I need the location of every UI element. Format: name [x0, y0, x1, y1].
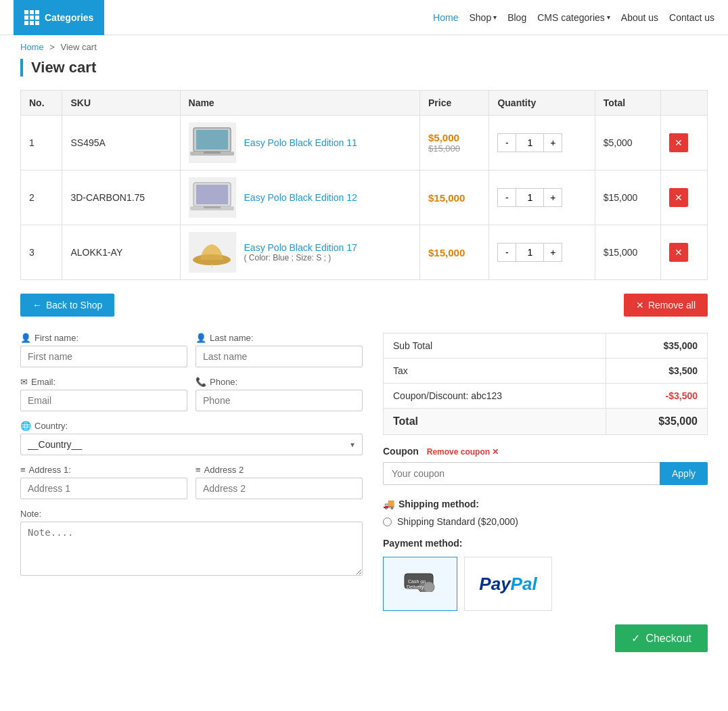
remove-all-button[interactable]: ✕ Remove all: [624, 294, 708, 317]
nav-shop[interactable]: Shop ▾: [469, 12, 497, 23]
col-header-total: Total: [595, 91, 661, 116]
nav-about[interactable]: About us: [621, 12, 658, 23]
address2-input[interactable]: [196, 478, 363, 499]
first-name-group: 👤 First name:: [20, 333, 187, 367]
qty-increase[interactable]: +: [543, 243, 562, 262]
payment-options: Cash on Delivery PayPal: [383, 557, 708, 611]
summary-table: Sub Total $35,000 Tax $3,500 Coupon/Disc…: [383, 333, 708, 435]
breadcrumb-current: View cart: [61, 42, 97, 52]
row-remove: ✕: [661, 225, 708, 280]
summary-section: Sub Total $35,000 Tax $3,500 Coupon/Disc…: [383, 333, 708, 672]
coupon-input[interactable]: [383, 462, 660, 485]
last-name-label: 👤 Last name:: [196, 333, 363, 343]
address2-label: ≡ Address 2: [196, 465, 363, 475]
qty-input[interactable]: [516, 243, 543, 262]
nav-blog[interactable]: Blog: [507, 12, 526, 23]
total-label: Total: [384, 409, 606, 435]
payment-paypal[interactable]: PayPal: [464, 557, 552, 611]
product-image: [189, 177, 236, 218]
qty-input[interactable]: [516, 188, 543, 207]
remove-item-button[interactable]: ✕: [669, 133, 688, 152]
shipping-title: 🚚 Shipping method:: [383, 499, 708, 509]
remove-coupon-button[interactable]: Remove coupon ✕: [427, 447, 499, 457]
name-row: 👤 First name: 👤 Last name:: [20, 333, 363, 367]
row-sku: 3D-CARBON1.75: [62, 170, 180, 225]
first-name-input[interactable]: [20, 346, 187, 367]
phone-icon: 📞: [196, 377, 206, 387]
total-value: $35,000: [606, 409, 707, 435]
qty-increase[interactable]: +: [543, 188, 562, 207]
last-name-input[interactable]: [196, 346, 363, 367]
back-to-shop-button[interactable]: ← Back to Shop: [20, 294, 114, 317]
product-image: [189, 122, 236, 163]
qty-input[interactable]: [516, 133, 543, 152]
qty-increase[interactable]: +: [543, 133, 562, 152]
table-row: 1 SS495A Easy Polo Bl: [21, 116, 708, 170]
person-icon: 👤: [196, 333, 206, 343]
breadcrumb: Home > View cart: [0, 35, 728, 59]
row-qty: - +: [489, 225, 595, 280]
caret-icon: ▾: [607, 14, 610, 21]
shipping-radio[interactable]: [383, 518, 392, 526]
last-name-group: 👤 Last name:: [196, 333, 363, 367]
note-group: Note:: [20, 509, 363, 578]
email-icon: ✉: [20, 377, 28, 387]
truck-icon: 🚚: [383, 499, 394, 509]
row-qty: - +: [489, 170, 595, 225]
nav-contact[interactable]: Contact us: [669, 12, 714, 23]
cart-table: No. SKU Name Price Quantity Total 1 SS49…: [20, 90, 708, 280]
row-no: 1: [21, 116, 62, 170]
coupon-value: -$3,500: [606, 384, 707, 409]
row-name: Easy Polo Black Edition 12: [180, 170, 420, 225]
country-select-wrap: __Country__: [20, 434, 363, 455]
subtotal-label: Sub Total: [384, 334, 606, 359]
coupon-section-label: Coupon Remove coupon ✕: [383, 446, 708, 457]
payment-cod[interactable]: Cash on Delivery: [383, 557, 457, 611]
row-name: Easy Polo Black Edition 17 ( Color: Blue…: [180, 225, 420, 280]
row-sku: ALOKK1-AY: [62, 225, 180, 280]
nav-cms[interactable]: CMS categories ▾: [537, 12, 610, 23]
shipping-option: Shipping Standard ($20,000): [383, 516, 708, 527]
globe-icon: 🌐: [20, 421, 31, 431]
phone-label: 📞 Phone:: [196, 377, 363, 387]
qty-decrease[interactable]: -: [497, 133, 516, 152]
address1-input[interactable]: [20, 478, 187, 499]
product-image: [189, 232, 236, 273]
phone-group: 📞 Phone:: [196, 377, 363, 411]
row-qty: - +: [489, 116, 595, 170]
nav-home[interactable]: Home: [433, 12, 458, 23]
product-link[interactable]: Easy Polo Black Edition 11: [244, 137, 357, 148]
country-label: 🌐 Country:: [20, 421, 363, 431]
remove-item-button[interactable]: ✕: [669, 188, 688, 207]
tax-value: $3,500: [606, 359, 707, 384]
address1-label: ≡ Address 1:: [20, 465, 187, 475]
email-phone-row: ✉ Email: 📞 Phone:: [20, 377, 363, 411]
categories-label: Categories: [45, 12, 93, 23]
page-title: View cart: [31, 59, 708, 76]
apply-coupon-button[interactable]: Apply: [660, 462, 708, 485]
qty-decrease[interactable]: -: [497, 188, 516, 207]
product-link[interactable]: Easy Polo Black Edition 12: [244, 192, 357, 203]
coupon-input-row: Apply: [383, 462, 708, 485]
breadcrumb-home[interactable]: Home: [20, 42, 44, 52]
form-section: 👤 First name: 👤 Last name: ✉: [20, 333, 363, 672]
svg-point-9: [193, 254, 231, 265]
col-header-name: Name: [180, 91, 420, 116]
note-label: Note:: [20, 509, 363, 519]
back-arrow-icon: ←: [32, 300, 42, 311]
remove-item-button[interactable]: ✕: [669, 243, 688, 262]
country-select[interactable]: __Country__: [20, 434, 363, 455]
note-textarea[interactable]: [20, 522, 363, 576]
col-header-sku: SKU: [62, 91, 180, 116]
svg-rect-5: [196, 185, 228, 204]
email-input[interactable]: [20, 390, 187, 411]
product-link[interactable]: Easy Polo Black Edition 17: [244, 242, 357, 253]
person-icon: 👤: [20, 333, 31, 343]
first-name-label: 👤 First name:: [20, 333, 187, 343]
qty-decrease[interactable]: -: [497, 243, 516, 262]
svg-rect-1: [196, 130, 228, 150]
phone-input[interactable]: [196, 390, 363, 411]
checkout-button[interactable]: ✓ Checkout: [615, 624, 708, 652]
categories-button[interactable]: Categories: [14, 0, 104, 35]
table-row: 2 3D-CARBON1.75 Easy: [21, 170, 708, 225]
